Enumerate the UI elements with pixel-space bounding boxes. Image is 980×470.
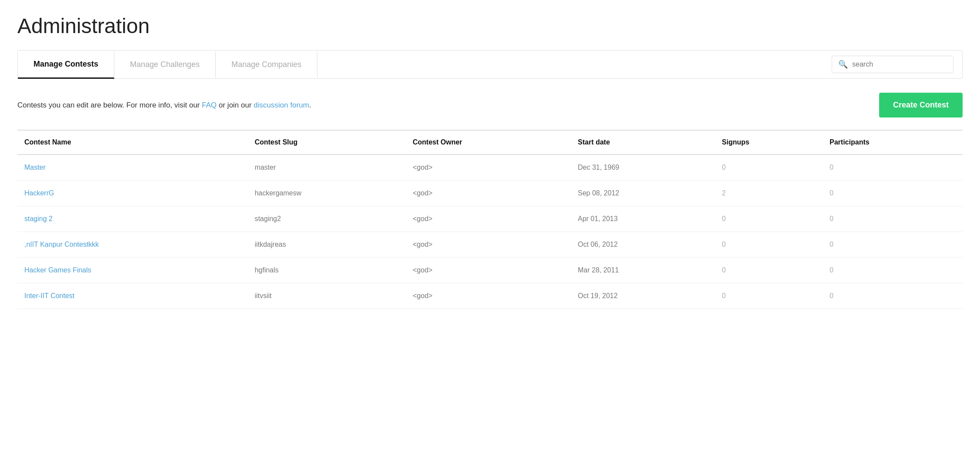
cell-signups: 2 xyxy=(715,181,823,206)
create-contest-button[interactable]: Create Contest xyxy=(879,93,963,118)
cell-slug: iitkdajreas xyxy=(248,232,406,258)
contest-name-link[interactable]: HackerrG xyxy=(24,189,54,197)
cell-slug: hgfinals xyxy=(248,258,406,283)
col-contest-name: Contest Name xyxy=(17,130,248,154)
cell-owner: <god> xyxy=(406,154,571,181)
contest-name-link[interactable]: Inter-IIT Contest xyxy=(24,292,74,299)
info-row: Contests you can edit are below. For mor… xyxy=(17,93,963,118)
cell-slug: hackergamesw xyxy=(248,181,406,206)
search-box: 🔍 xyxy=(832,56,953,73)
cell-slug: iitvsiit xyxy=(248,283,406,309)
cell-signups: 0 xyxy=(715,206,823,232)
table-row: Inter-IIT Contestiitvsiit<god>Oct 19, 20… xyxy=(17,283,963,309)
cell-participants: 0 xyxy=(823,232,963,258)
contest-name-link[interactable]: ,nIIT Kanpur Contestkkk xyxy=(24,241,99,248)
info-text: Contests you can edit are below. For mor… xyxy=(17,101,311,110)
cell-signups: 0 xyxy=(715,258,823,283)
faq-link[interactable]: FAQ xyxy=(202,101,217,109)
col-participants: Participants xyxy=(823,130,963,154)
cell-slug: staging2 xyxy=(248,206,406,232)
col-contest-owner: Contest Owner xyxy=(406,130,571,154)
tabs-bar: Manage Contests Manage Challenges Manage… xyxy=(17,50,963,79)
cell-start_date: Oct 06, 2012 xyxy=(571,232,715,258)
cell-start_date: Apr 01, 2013 xyxy=(571,206,715,232)
table-row: Hacker Games Finalshgfinals<god>Mar 28, … xyxy=(17,258,963,283)
contest-name-link[interactable]: staging 2 xyxy=(24,215,53,222)
table-row: staging 2staging2<god>Apr 01, 201300 xyxy=(17,206,963,232)
col-contest-slug: Contest Slug xyxy=(248,130,406,154)
cell-owner: <god> xyxy=(406,206,571,232)
contest-name-link[interactable]: Master xyxy=(24,164,46,171)
cell-participants: 0 xyxy=(823,154,963,181)
cell-participants: 0 xyxy=(823,258,963,283)
table-row: ,nIIT Kanpur Contestkkkiitkdajreas<god>O… xyxy=(17,232,963,258)
table-row: Mastermaster<god>Dec 31, 196900 xyxy=(17,154,963,181)
cell-start_date: Mar 28, 2011 xyxy=(571,258,715,283)
table-row: HackerrGhackergamesw<god>Sep 08, 201220 xyxy=(17,181,963,206)
search-icon: 🔍 xyxy=(838,60,848,69)
page-container: Administration Manage Contests Manage Ch… xyxy=(0,0,980,323)
cell-start_date: Sep 08, 2012 xyxy=(571,181,715,206)
search-container: 🔍 xyxy=(823,50,962,78)
table-header-row: Contest Name Contest Slug Contest Owner … xyxy=(17,130,963,154)
cell-owner: <god> xyxy=(406,283,571,309)
cell-start_date: Dec 31, 1969 xyxy=(571,154,715,181)
cell-start_date: Oct 19, 2012 xyxy=(571,283,715,309)
contest-name-link[interactable]: Hacker Games Finals xyxy=(24,266,91,274)
table-body: Mastermaster<god>Dec 31, 196900HackerrGh… xyxy=(17,154,963,309)
cell-owner: <god> xyxy=(406,232,571,258)
cell-signups: 0 xyxy=(715,283,823,309)
tab-manage-companies[interactable]: Manage Companies xyxy=(216,51,317,78)
cell-owner: <god> xyxy=(406,258,571,283)
forum-link[interactable]: discussion forum xyxy=(253,101,309,109)
cell-participants: 0 xyxy=(823,283,963,309)
cell-signups: 0 xyxy=(715,232,823,258)
contests-table: Contest Name Contest Slug Contest Owner … xyxy=(17,130,963,309)
col-start-date: Start date xyxy=(571,130,715,154)
tab-manage-contests[interactable]: Manage Contests xyxy=(18,51,114,79)
cell-signups: 0 xyxy=(715,154,823,181)
tab-manage-challenges[interactable]: Manage Challenges xyxy=(114,51,216,78)
col-signups: Signups xyxy=(715,130,823,154)
cell-participants: 0 xyxy=(823,181,963,206)
cell-participants: 0 xyxy=(823,206,963,232)
search-input[interactable] xyxy=(852,60,947,68)
cell-owner: <god> xyxy=(406,181,571,206)
cell-slug: master xyxy=(248,154,406,181)
page-title: Administration xyxy=(17,14,963,38)
table-header: Contest Name Contest Slug Contest Owner … xyxy=(17,130,963,154)
